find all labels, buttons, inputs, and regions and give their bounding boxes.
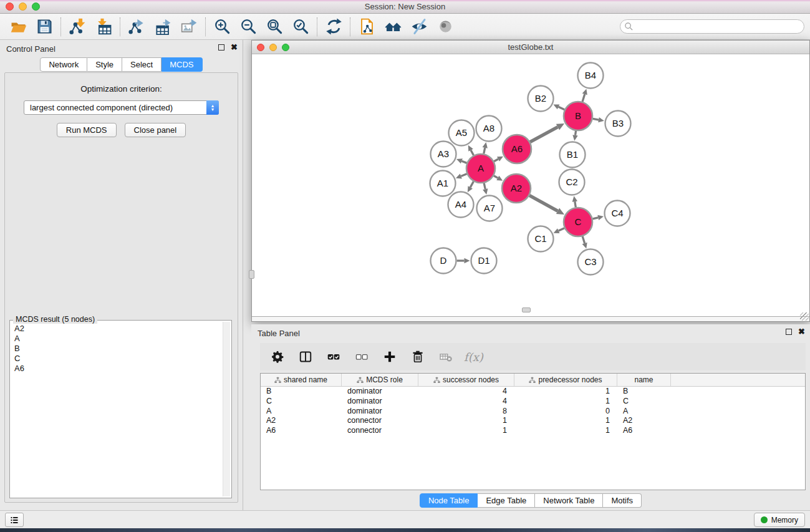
export-table-button[interactable] bbox=[150, 16, 176, 38]
graph-edge-C-C4[interactable] bbox=[592, 218, 598, 219]
graph-node-A8[interactable]: A8 bbox=[476, 116, 502, 142]
column-header-successor-nodes[interactable]: successor nodes bbox=[418, 374, 514, 386]
column-header-shared-name[interactable]: shared name bbox=[261, 374, 342, 386]
graph-edge-A-A3[interactable] bbox=[461, 161, 466, 163]
select-all-rows-button[interactable] bbox=[322, 346, 345, 367]
tab-select[interactable]: Select bbox=[122, 57, 162, 72]
graph-edge-C-C3[interactable] bbox=[582, 236, 584, 243]
graph-edge-A-A1[interactable] bbox=[461, 174, 466, 177]
optimization-criterion-select[interactable]: largest connected component (directed) ▲… bbox=[24, 100, 219, 115]
graph-edge-A2-C[interactable] bbox=[529, 195, 557, 211]
graph-node-A7[interactable]: A7 bbox=[477, 196, 503, 221]
graph-node-A6[interactable]: A6 bbox=[503, 135, 531, 163]
table-row[interactable]: A2connector11A2 bbox=[261, 416, 805, 426]
table-settings-button[interactable] bbox=[266, 346, 289, 367]
graph-edge-A-A4[interactable] bbox=[470, 181, 473, 187]
tab-style[interactable]: Style bbox=[87, 57, 122, 72]
graph-edge-B-B2[interactable] bbox=[559, 107, 565, 110]
tab-mcds[interactable]: MCDS bbox=[162, 57, 202, 72]
graph-node-C4[interactable]: C4 bbox=[605, 201, 630, 226]
graph-edge-A-A8[interactable] bbox=[484, 148, 485, 154]
show-columns-button[interactable] bbox=[294, 346, 317, 367]
graph-node-A3[interactable]: A3 bbox=[431, 142, 456, 167]
graph-node-A1[interactable]: A1 bbox=[430, 171, 456, 196]
tab-motifs[interactable]: Motifs bbox=[603, 493, 642, 508]
graph-edge-A6-B[interactable] bbox=[530, 127, 557, 142]
show-all-button[interactable] bbox=[432, 16, 458, 38]
mcds-result-item[interactable]: A bbox=[11, 334, 222, 344]
close-panel-button[interactable]: Close panel bbox=[125, 123, 186, 137]
zoom-selected-button[interactable] bbox=[287, 16, 314, 38]
close-table-panel-icon[interactable]: ✖ bbox=[798, 329, 805, 335]
graph-node-A[interactable]: A bbox=[466, 154, 495, 183]
graph-node-C1[interactable]: C1 bbox=[528, 226, 554, 252]
memory-button[interactable]: Memory bbox=[754, 513, 805, 527]
network-canvas[interactable]: B4B2BB3A8A5A6A3B1AC2A1A2A4A7C4CC1DD1C3 bbox=[252, 54, 809, 317]
left-splitter-handle[interactable] bbox=[249, 270, 254, 279]
graph-node-B1[interactable]: B1 bbox=[560, 142, 586, 168]
export-image-button[interactable] bbox=[176, 16, 202, 38]
resize-grip-icon[interactable] bbox=[800, 312, 809, 321]
graph-edge-A-A7[interactable] bbox=[484, 183, 485, 189]
graph-node-B[interactable]: B bbox=[564, 102, 592, 130]
graph-node-B3[interactable]: B3 bbox=[605, 111, 631, 137]
table-row[interactable]: Bdominator41B bbox=[261, 387, 805, 397]
mcds-result-item[interactable]: B bbox=[11, 344, 222, 354]
apply-layout-button[interactable] bbox=[321, 16, 347, 38]
table-row[interactable]: Cdominator41C bbox=[261, 397, 805, 407]
close-panel-icon[interactable]: ✖ bbox=[231, 44, 238, 51]
task-history-button[interactable] bbox=[5, 513, 24, 527]
graph-edge-A-A5[interactable] bbox=[471, 150, 473, 155]
graph-edge-A-A2[interactable] bbox=[494, 176, 498, 178]
graph-node-C2[interactable]: C2 bbox=[559, 170, 585, 195]
table-row[interactable]: A6connector11A6 bbox=[261, 426, 805, 436]
hide-selected-button[interactable] bbox=[406, 16, 432, 38]
mcds-result-scrollbar[interactable] bbox=[223, 322, 230, 496]
delete-column-button[interactable] bbox=[407, 346, 429, 367]
search-input[interactable] bbox=[620, 19, 804, 34]
tab-node-table[interactable]: Node Table bbox=[420, 493, 478, 508]
zoom-fit-button[interactable] bbox=[261, 16, 287, 38]
network-from-file-button[interactable] bbox=[354, 16, 380, 38]
graph-node-A2[interactable]: A2 bbox=[502, 174, 531, 203]
graph-node-D1[interactable]: D1 bbox=[471, 248, 497, 274]
graph-edge-A-A6[interactable] bbox=[494, 159, 498, 162]
graph-node-C[interactable]: C bbox=[564, 208, 592, 236]
open-session-button[interactable] bbox=[5, 16, 31, 38]
graph-node-C3[interactable]: C3 bbox=[578, 249, 604, 275]
graph-node-D[interactable]: D bbox=[431, 248, 456, 274]
graph-edge-B-B3[interactable] bbox=[593, 118, 599, 120]
delete-table-button[interactable] bbox=[435, 346, 457, 367]
tab-edge-table[interactable]: Edge Table bbox=[478, 493, 535, 508]
zoom-out-button[interactable] bbox=[235, 16, 261, 38]
tab-network-table[interactable]: Network Table bbox=[535, 493, 603, 508]
mcds-result-item[interactable]: C bbox=[11, 354, 222, 364]
graph-node-B4[interactable]: B4 bbox=[578, 63, 604, 89]
import-table-button[interactable] bbox=[90, 16, 117, 38]
save-session-button[interactable] bbox=[31, 16, 57, 38]
tab-network[interactable]: Network bbox=[40, 57, 87, 72]
column-header-MCDS-role[interactable]: MCDS role bbox=[342, 374, 418, 386]
graph-edge-B-B4[interactable] bbox=[582, 94, 585, 102]
table-row[interactable]: Adominator80A bbox=[261, 407, 805, 417]
graph-edge-B-B1[interactable] bbox=[576, 131, 576, 135]
graph-node-B2[interactable]: B2 bbox=[528, 86, 554, 112]
function-builder-button[interactable]: f(x) bbox=[463, 351, 483, 364]
graph-node-A4[interactable]: A4 bbox=[448, 192, 474, 218]
run-mcds-button[interactable]: Run MCDS bbox=[57, 123, 117, 137]
export-network-button[interactable] bbox=[123, 16, 150, 38]
mcds-result-item[interactable]: A2 bbox=[11, 324, 222, 334]
deselect-all-rows-button[interactable] bbox=[350, 346, 373, 367]
graph-node-A5[interactable]: A5 bbox=[449, 120, 475, 146]
float-panel-icon[interactable] bbox=[218, 44, 224, 51]
column-header-predecessor-nodes[interactable]: predecessor nodes bbox=[514, 374, 617, 386]
add-column-button[interactable] bbox=[378, 346, 401, 367]
import-network-button[interactable] bbox=[64, 16, 90, 38]
column-header-name[interactable]: name bbox=[617, 374, 671, 386]
graph-edge-C-C1[interactable] bbox=[559, 228, 564, 231]
first-neighbors-button[interactable] bbox=[380, 16, 406, 38]
mcds-result-item[interactable]: A6 bbox=[11, 364, 222, 374]
graph-edge-C-C2[interactable] bbox=[575, 201, 576, 207]
zoom-in-button[interactable] bbox=[209, 16, 235, 38]
float-table-panel-icon[interactable] bbox=[786, 329, 792, 335]
